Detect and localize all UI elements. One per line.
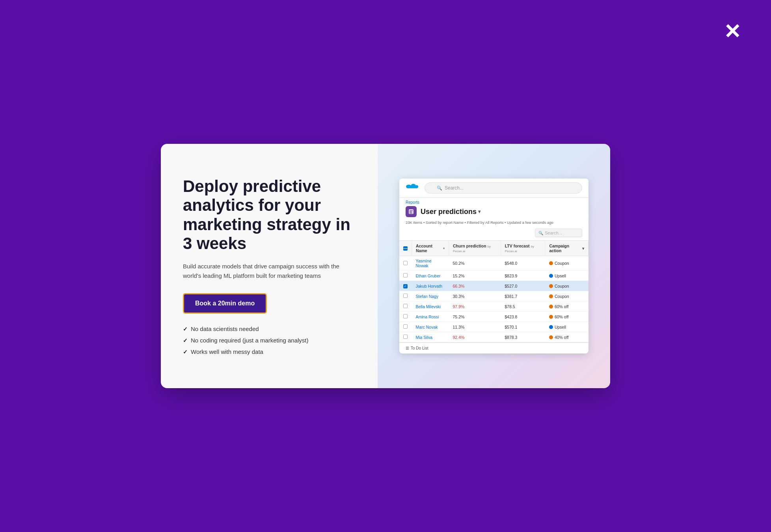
campaign-action-cell: Coupon	[545, 291, 588, 301]
check-icon-1: ✓	[183, 326, 188, 332]
ltv-cell: $823.9	[501, 271, 545, 281]
account-name-cell[interactable]: Jakub Horvath	[412, 281, 449, 291]
campaign-dot	[549, 261, 553, 265]
close-x-icon[interactable]: ✕	[724, 20, 739, 43]
checklist-item-2: ✓ No coding required (just a marketing a…	[183, 337, 356, 344]
row-checkbox[interactable]	[403, 314, 408, 318]
check-icon-3: ✓	[183, 349, 188, 355]
sort-icon: ▾	[443, 247, 445, 250]
checklist-item-1: ✓ No data scientists needed	[183, 326, 356, 332]
select-all-checkbox[interactable]: —	[403, 246, 408, 251]
churn-cell: 66.3%	[449, 281, 501, 291]
table-search[interactable]: 🔍 Search...	[535, 229, 582, 237]
col-campaign[interactable]: Campaign action ▾	[545, 241, 588, 256]
ltv-cell: $423.8	[501, 312, 545, 322]
ltv-cell: $381.7	[501, 291, 545, 301]
salesforce-logo	[406, 184, 418, 192]
table-row: Marc Novak11.3%$570.1Upsell	[399, 322, 588, 332]
ltv-cell: $548.0	[501, 256, 545, 271]
ltv-cell: $878.3	[501, 332, 545, 342]
account-name-cell[interactable]: Stefan Nagy	[412, 291, 449, 301]
account-name-cell[interactable]: Amina Rossi	[412, 312, 449, 322]
churn-cell: 15.2%	[449, 271, 501, 281]
campaign-action-cell: Coupon	[545, 281, 588, 291]
campaign-dot	[549, 294, 553, 298]
table-search-icon: 🔍	[538, 231, 543, 235]
todo-icon: ☰	[406, 346, 409, 350]
table-row: Ethan Gruber15.2%$823.9Upsell	[399, 271, 588, 281]
campaign-action-cell: Coupon	[545, 256, 588, 271]
col-account-name[interactable]: Account Name ▾	[412, 241, 449, 256]
account-name-cell[interactable]: Bella Milevski	[412, 301, 449, 312]
campaign-dot	[549, 325, 553, 329]
svg-rect-2	[410, 212, 412, 212]
row-checkbox[interactable]	[403, 294, 408, 298]
churn-cell: 30.3%	[449, 291, 501, 301]
ltv-cell: $527.0	[501, 281, 545, 291]
page-title-dropdown[interactable]: ▾	[478, 209, 480, 214]
campaign-action-label: Upsell	[555, 273, 566, 278]
sf-search-placeholder: Search...	[445, 185, 464, 191]
campaign-dot	[549, 284, 553, 288]
campaign-action-label: Coupon	[555, 284, 569, 288]
col-ltv: LTV forecast by Pecan.ai	[501, 241, 545, 256]
campaign-action-cell: Upsell	[545, 322, 588, 332]
churn-cell: 75.2%	[449, 312, 501, 322]
hero-title: Deploy predictive analytics for your mar…	[183, 177, 356, 253]
churn-cell: 50.2%	[449, 256, 501, 271]
col-churn: Churn prediction by Pecan.ai	[449, 241, 501, 256]
ltv-cell: $570.1	[501, 322, 545, 332]
campaign-action-label: 60% off	[555, 314, 568, 319]
campaign-action-label: Coupon	[555, 261, 569, 266]
campaign-dot	[549, 335, 553, 339]
row-checkbox[interactable]	[403, 324, 408, 329]
churn-cell: 92.4%	[449, 332, 501, 342]
churn-cell: 11.3%	[449, 322, 501, 332]
campaign-action-cell: Upsell	[545, 271, 588, 281]
campaign-action-label: 40% off	[555, 335, 568, 340]
table-search-placeholder: Search...	[545, 231, 562, 235]
todo-label: To Do List	[411, 346, 428, 350]
table-row: Mia Silva92.4%$878.340% off	[399, 332, 588, 342]
account-name-cell[interactable]: Yasmine Nowak	[412, 256, 449, 271]
check-icon-2: ✓	[183, 337, 188, 344]
predictions-table: — Account Name ▾ Churn prediction by Pec…	[399, 240, 588, 342]
main-card: Deploy predictive analytics for your mar…	[161, 144, 610, 388]
hero-subtitle: Build accurate models that drive campaig…	[183, 262, 356, 281]
row-checkbox[interactable]	[403, 304, 408, 308]
page-title: User predictions ▾	[421, 208, 480, 216]
churn-cell: 97.9%	[449, 301, 501, 312]
salesforce-window: 🔍 Search... Reports User predicti	[399, 179, 588, 353]
checklist: ✓ No data scientists needed ✓ No coding …	[183, 326, 356, 355]
right-panel: 🔍 Search... Reports User predicti	[378, 144, 610, 388]
sf-footer: ☰ To Do List	[399, 342, 588, 353]
campaign-action-label: Coupon	[555, 294, 569, 299]
campaign-dot	[549, 305, 553, 309]
row-checkbox[interactable]	[403, 273, 408, 277]
search-icon: 🔍	[437, 186, 442, 191]
sf-toolbar: 🔍 Search...	[399, 227, 588, 240]
row-checkbox[interactable]: ✓	[403, 284, 408, 288]
sf-global-search[interactable]: 🔍 Search...	[425, 182, 582, 193]
sf-topbar: 🔍 Search...	[399, 179, 588, 198]
account-name-cell[interactable]: Mia Silva	[412, 332, 449, 342]
col-checkbox[interactable]: —	[399, 241, 412, 256]
left-panel: Deploy predictive analytics for your mar…	[161, 144, 378, 388]
page-header: User predictions ▾	[399, 205, 588, 220]
account-name-cell[interactable]: Ethan Gruber	[412, 271, 449, 281]
campaign-action-label: 60% off	[555, 304, 568, 309]
campaign-dot	[549, 315, 553, 319]
account-name-cell[interactable]: Marc Novak	[412, 322, 449, 332]
campaign-action-cell: 60% off	[545, 312, 588, 322]
page-icon	[406, 206, 417, 217]
table-row: Amina Rossi75.2%$423.860% off	[399, 312, 588, 322]
row-checkbox[interactable]	[403, 261, 408, 265]
campaign-dropdown-icon[interactable]: ▾	[582, 246, 584, 251]
table-row: Bella Milevski97.9%$78.560% off	[399, 301, 588, 312]
row-checkbox[interactable]	[403, 335, 408, 339]
cta-button[interactable]: Book a 20min demo	[183, 293, 267, 314]
campaign-action-label: Upsell	[555, 325, 566, 329]
table-row: ✓Jakub Horvath66.3%$527.0Coupon	[399, 281, 588, 291]
campaign-action-cell: 40% off	[545, 332, 588, 342]
campaign-dot	[549, 274, 553, 278]
